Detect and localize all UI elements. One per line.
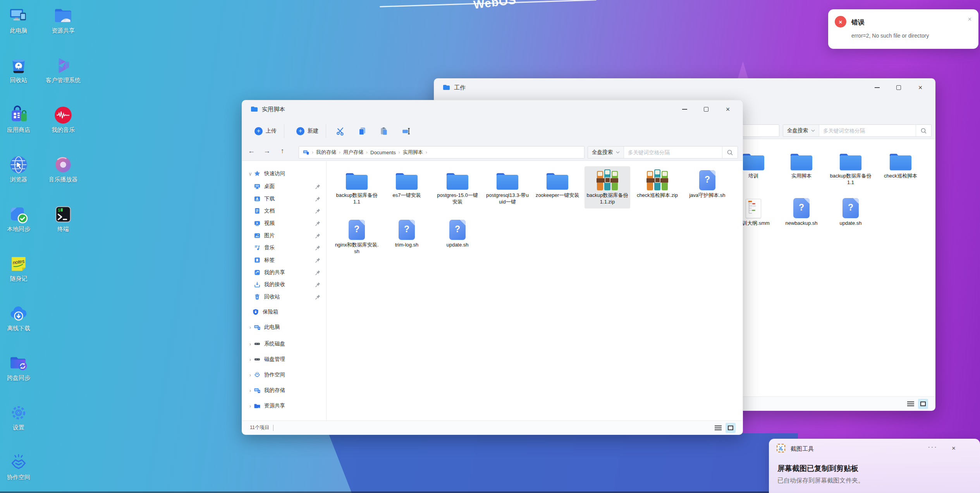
new-button[interactable]: + 新建: [296, 125, 318, 137]
sidebar-item-system-disk[interactable]: › 系统磁盘: [247, 338, 325, 350]
file-item[interactable]: check巡检脚本: [878, 149, 923, 179]
sidebar-item-music[interactable]: 音乐: [247, 242, 325, 253]
pin-icon[interactable]: [315, 294, 321, 300]
sidebar-item-downloads[interactable]: 下载: [247, 193, 325, 205]
desktop-icon-browser[interactable]: 浏览器: [0, 155, 37, 183]
chevron-right-icon[interactable]: ›: [247, 372, 254, 378]
sidebar-item-disk-manager[interactable]: › 磁盘管理: [247, 353, 325, 365]
close-button[interactable]: ×: [910, 79, 931, 97]
chevron-right-icon[interactable]: ›: [247, 324, 254, 330]
close-button[interactable]: ×: [717, 100, 739, 118]
desktop-icon-local-sync[interactable]: 本地同步: [0, 205, 37, 232]
close-icon[interactable]: ×: [952, 445, 956, 452]
file-item[interactable]: backup数据库备份1.1: [828, 149, 873, 186]
grid-view-icon[interactable]: [918, 399, 928, 409]
desktop-icon-offline-download[interactable]: 离线下载: [0, 304, 37, 331]
file-item[interactable]: postgresql13.3-带uuid一键: [485, 169, 530, 205]
nav-up-icon[interactable]: ↑: [277, 147, 288, 155]
maximize-button[interactable]: [888, 79, 910, 97]
desktop-icon-my-music[interactable]: 我的音乐: [45, 105, 82, 133]
desktop-icon-notes[interactable]: notes 随身记: [0, 254, 37, 282]
file-item[interactable]: postgres-15.0一键安装: [435, 169, 480, 205]
pin-icon[interactable]: [315, 257, 321, 263]
breadcrumb-item[interactable]: 我的存储: [316, 149, 336, 156]
minimize-button[interactable]: [866, 79, 888, 97]
pin-icon[interactable]: [315, 196, 321, 202]
chevron-right-icon[interactable]: ›: [247, 388, 254, 393]
file-item[interactable]: backup数据库备份1.1: [334, 169, 380, 205]
sidebar-item-pictures[interactable]: 图片: [247, 230, 325, 241]
file-item[interactable]: nginx和数据库安装.sh: [334, 218, 380, 255]
file-item[interactable]: trim-log.sh: [384, 218, 430, 248]
search-button[interactable]: [722, 147, 738, 158]
desktop-icon-music-player[interactable]: 音乐播放器: [45, 155, 82, 183]
sidebar-item-documents[interactable]: 文档: [247, 205, 325, 217]
sidebar-item-desktop[interactable]: 桌面: [247, 181, 325, 192]
sidebar-item-vault[interactable]: 保险箱: [247, 306, 325, 318]
pin-icon[interactable]: [315, 270, 321, 276]
search-scope[interactable]: 全盘搜索: [588, 147, 624, 158]
pin-icon[interactable]: [315, 282, 321, 288]
work-search-scope[interactable]: 全盘搜索: [783, 125, 819, 136]
copy-button[interactable]: [358, 125, 367, 137]
desktop-icon-crm[interactable]: 客户管理系统: [45, 56, 82, 83]
breadcrumb-item[interactable]: 用户存储: [343, 149, 363, 156]
work-search-input[interactable]: [819, 125, 916, 136]
sidebar-item-resource-share[interactable]: › 资源共享: [247, 400, 325, 412]
upload-button[interactable]: + 上传: [254, 125, 277, 137]
cut-button[interactable]: [336, 125, 345, 137]
file-item[interactable]: check巡检脚本.zip: [634, 169, 680, 199]
breadcrumb-item[interactable]: Documents: [370, 150, 396, 155]
nav-forward-icon[interactable]: →: [261, 147, 272, 155]
file-item[interactable]: es7一键安装: [384, 169, 430, 199]
list-view-icon[interactable]: [715, 424, 722, 431]
file-item[interactable]: update.sh: [828, 197, 873, 227]
desktop-icon-settings[interactable]: 设置: [0, 403, 37, 431]
desktop-icon-resource-share[interactable]: 资源共享: [45, 6, 82, 34]
sidebar-item-collab-space[interactable]: › 协作空间: [247, 369, 325, 381]
file-item[interactable]: zookeeper一键安装: [535, 169, 580, 199]
work-titlebar[interactable]: 工作 ×: [434, 79, 935, 97]
desktop-icon-terminal[interactable]: $ 终端: [45, 205, 82, 232]
sidebar-quick-access[interactable]: ∨ 快速访问: [247, 168, 325, 179]
pin-icon[interactable]: [315, 245, 321, 251]
sidebar-item-recycle-bin[interactable]: 回收站: [247, 291, 325, 303]
close-icon[interactable]: ×: [968, 16, 971, 22]
chevron-down-icon[interactable]: ∨: [247, 171, 254, 177]
chevron-right-icon[interactable]: ›: [247, 357, 254, 362]
pin-icon[interactable]: [315, 233, 321, 239]
maximize-button[interactable]: [695, 100, 717, 118]
work-search-button[interactable]: [916, 125, 931, 136]
breadcrumb-item[interactable]: 实用脚本: [403, 149, 423, 156]
nav-back-icon[interactable]: ←: [246, 147, 257, 155]
pin-icon[interactable]: [315, 221, 321, 226]
pin-icon[interactable]: [315, 208, 321, 214]
minimize-button[interactable]: [674, 100, 695, 118]
search-input[interactable]: [624, 147, 722, 158]
file-item-selected[interactable]: backup数据库备份1.1.zip: [585, 166, 630, 209]
file-item[interactable]: java守护脚本.sh: [684, 169, 730, 199]
pin-icon[interactable]: [315, 184, 321, 190]
desktop-icon-this-pc[interactable]: 此电脑: [0, 6, 37, 34]
desktop-icon-cross-disk-sync[interactable]: 跨盘同步: [0, 353, 37, 381]
sidebar-item-this-pc[interactable]: › 此电脑: [247, 321, 325, 333]
scripts-titlebar[interactable]: 实用脚本 ×: [242, 100, 743, 118]
grid-view-icon[interactable]: [726, 423, 736, 433]
sidebar-item-my-shares[interactable]: 我的共享: [247, 267, 325, 278]
file-item[interactable]: newbackup.sh: [779, 197, 824, 227]
more-options-icon[interactable]: ···: [928, 443, 937, 451]
paste-button[interactable]: [379, 125, 389, 137]
sidebar-item-videos[interactable]: 视频: [247, 217, 325, 229]
sidebar-item-tags[interactable]: 标签: [247, 254, 325, 266]
list-view-icon[interactable]: [907, 400, 914, 407]
file-item[interactable]: 实用脚本: [779, 149, 824, 179]
rename-button[interactable]: [402, 125, 411, 137]
file-item[interactable]: update.sh: [435, 218, 480, 248]
sidebar-item-my-storage[interactable]: › 我的存储: [247, 384, 325, 396]
chevron-right-icon[interactable]: ›: [247, 403, 254, 409]
chevron-right-icon[interactable]: ›: [247, 341, 254, 347]
desktop-icon-collab-space[interactable]: 协作空间: [0, 453, 37, 480]
desktop-icon-recycle-bin[interactable]: 回收站: [0, 56, 37, 83]
desktop-icon-app-store[interactable]: 应用商店: [0, 105, 37, 133]
sidebar-item-received[interactable]: 我的接收: [247, 279, 325, 290]
